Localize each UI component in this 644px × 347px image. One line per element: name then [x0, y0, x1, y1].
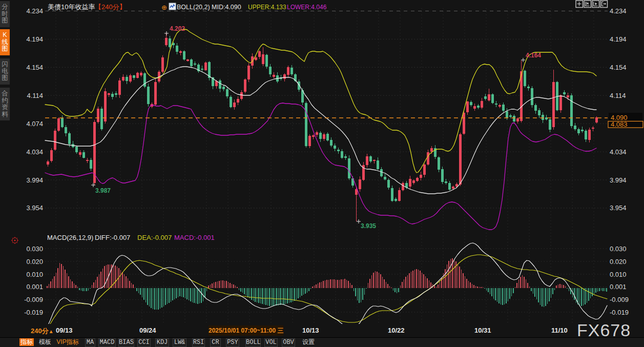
svg-text:3.935: 3.935: [361, 222, 376, 230]
svg-text:3.954: 3.954: [26, 204, 43, 212]
svg-text:0.020: 0.020: [610, 258, 627, 266]
svg-text:0.010: 0.010: [26, 271, 43, 278]
svg-text:4.114: 4.114: [27, 92, 43, 99]
svg-text:0.001: 0.001: [610, 283, 627, 291]
svg-text:美债10年收益率: 美债10年收益率: [48, 3, 95, 11]
svg-text:DIFF:-0.007: DIFF:-0.007: [95, 234, 130, 241]
svg-text:4.083: 4.083: [611, 120, 628, 128]
svg-text:-0.009: -0.009: [24, 296, 43, 303]
svg-text:4.090: 4.090: [611, 114, 628, 121]
svg-text:3.954: 3.954: [610, 204, 627, 212]
svg-text:4.154: 4.154: [26, 64, 43, 71]
svg-text:4.154: 4.154: [610, 64, 627, 71]
svg-text:-0.019: -0.019: [610, 309, 629, 316]
svg-text:MID:4.090: MID:4.090: [212, 4, 241, 11]
svg-text:-0.009: -0.009: [610, 296, 629, 303]
svg-text:【240分】: 【240分】: [95, 3, 126, 11]
svg-text:4.194: 4.194: [26, 35, 43, 43]
svg-text:4.034: 4.034: [26, 148, 43, 156]
svg-text:MACD(26,12,9): MACD(26,12,9): [47, 234, 93, 241]
svg-text:UPPER:4.133: UPPER:4.133: [248, 4, 286, 11]
svg-text:MACD:-0.001: MACD:-0.001: [174, 234, 215, 241]
svg-text:3.987: 3.987: [95, 187, 111, 194]
svg-text:0.030: 0.030: [610, 245, 627, 253]
svg-text:4.234: 4.234: [26, 7, 43, 15]
svg-text:4.114: 4.114: [610, 92, 626, 99]
svg-text:3.994: 3.994: [610, 176, 627, 184]
svg-text:-0.019: -0.019: [24, 309, 43, 316]
svg-text:0.001: 0.001: [26, 283, 43, 291]
svg-text:4.034: 4.034: [610, 148, 627, 156]
svg-text:⊕: ⊕: [161, 4, 167, 11]
svg-text:DEA:-0.007: DEA:-0.007: [137, 234, 172, 241]
svg-text:0.010: 0.010: [610, 271, 627, 278]
svg-text:4.234: 4.234: [610, 7, 627, 15]
svg-text:BOLL(20,2): BOLL(20,2): [177, 4, 210, 11]
svg-text:4.164: 4.164: [526, 52, 541, 59]
svg-text:0.030: 0.030: [26, 245, 43, 253]
svg-text:4.194: 4.194: [610, 35, 627, 43]
svg-text:4.074: 4.074: [26, 120, 43, 128]
svg-text:4.202: 4.202: [170, 25, 185, 32]
svg-text:3.994: 3.994: [26, 176, 43, 184]
svg-text:LOWER:4.046: LOWER:4.046: [287, 4, 327, 11]
svg-text:0.020: 0.020: [26, 258, 43, 266]
